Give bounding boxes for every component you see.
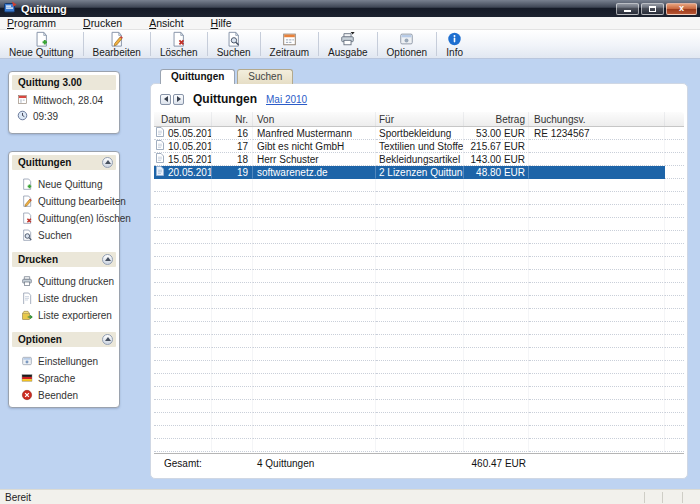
toolbar-neue-quittung-button[interactable]: Neue Quittung (2, 30, 81, 58)
empty-table-row (154, 348, 684, 361)
summary-row: Gesamt: 4 Quittungen 460.47 EUR (154, 453, 684, 473)
next-period-button[interactable] (173, 94, 184, 105)
main-panel: Quittungen Mai 2010 Datum Nr. Von Für Be… (150, 83, 688, 479)
toolbar-info-button[interactable]: Info (439, 30, 470, 58)
sidebar-item-sprache[interactable]: Sprache (9, 370, 119, 387)
main-tabs: Quittungen Suchen (160, 69, 293, 84)
column-header-datum[interactable]: Datum (154, 112, 212, 126)
empty-table-row (154, 413, 684, 426)
cell-betrag: 48.80 EUR (464, 166, 529, 179)
cell-datum: 10.05.2010 (168, 141, 212, 152)
section-items-optionen: Einstellungen Sprache Beenden (9, 350, 119, 409)
window-title: Quittung (21, 3, 67, 15)
cell-buchungsv (529, 153, 665, 166)
german-flag-icon (21, 372, 33, 386)
menu-bar: Programm Drucken Ansicht Hilfe (0, 17, 700, 30)
table-header-row: Datum Nr. Von Für Betrag Buchungsv. (154, 112, 684, 127)
toolbar-ausgabe-button[interactable]: Ausgabe (321, 30, 374, 58)
close-button[interactable]: x (666, 3, 697, 15)
column-header-betrag[interactable]: Betrag (464, 112, 529, 126)
column-header-fuer[interactable]: Für (376, 112, 464, 126)
table-row[interactable]: 05.05.2010 16 Manfred Mustermann Sportbe… (154, 127, 684, 140)
sidebar-item-suchen[interactable]: Suchen (9, 227, 119, 244)
minimize-button[interactable] (616, 3, 639, 15)
cell-betrag: 215.67 EUR (464, 140, 529, 153)
sidebar-item-label: Suchen (38, 230, 72, 241)
sidebar-item-einstellungen[interactable]: Einstellungen (9, 353, 119, 370)
sidebar-item-label: Beenden (38, 390, 78, 401)
toolbar-separator (150, 32, 151, 56)
toolbar-separator (83, 32, 84, 56)
menu-hilfe[interactable]: Hilfe (208, 17, 244, 30)
toolbar-zeitraum-button[interactable]: Zeitraum (263, 30, 316, 58)
toolbar-suchen-button[interactable]: Suchen (210, 30, 258, 58)
current-time-row: 09:39 (9, 109, 119, 123)
cell-nr: 17 (212, 140, 253, 153)
app-icon (4, 1, 17, 16)
empty-table-row (154, 400, 684, 413)
summary-total: 460.47 EUR (464, 454, 529, 473)
collapse-button[interactable] (102, 254, 113, 265)
tab-quittungen[interactable]: Quittungen (160, 69, 235, 84)
page-icon (21, 292, 33, 306)
menu-programm[interactable]: Programm (4, 17, 68, 30)
client-area: Quittung 3.00 Mittwoch, 28.04 09:39 Quit… (0, 59, 700, 489)
column-header-nr[interactable]: Nr. (212, 112, 253, 126)
toolbar-label: Suchen (217, 47, 251, 58)
section-header-drucken: Drucken (12, 252, 116, 267)
section-header-quittungen: Quittungen (12, 155, 116, 170)
table-row[interactable]: 15.05.2010 18 Herr Schuster Bekleidungsa… (154, 153, 684, 166)
print-icon (339, 31, 356, 47)
collapse-button[interactable] (102, 157, 113, 168)
toolbar-optionen-button[interactable]: Optionen (380, 30, 435, 58)
sidebar-item-quittung-drucken[interactable]: Quittung drucken (9, 273, 119, 290)
options-icon (398, 31, 415, 47)
maximize-button[interactable] (641, 3, 664, 15)
sidebar-item-label: Quittung drucken (38, 276, 114, 287)
previous-period-button[interactable] (160, 94, 171, 105)
receipt-icon (156, 127, 164, 139)
cell-von: Herr Schuster (253, 153, 376, 166)
panel-header: Quittungen Mai 2010 (151, 84, 687, 110)
cell-nr: 19 (212, 166, 253, 179)
empty-table-row (154, 218, 684, 231)
toolbar-separator (260, 32, 261, 56)
status-bar: Bereit (0, 489, 700, 504)
toolbar-loeschen-button[interactable]: Löschen (153, 30, 205, 58)
empty-table-row (154, 361, 684, 374)
sidebar-item-liste-exportieren[interactable]: Liste exportieren (9, 307, 119, 324)
table-body: 05.05.2010 16 Manfred Mustermann Sportbe… (154, 127, 684, 452)
section-header-optionen: Optionen (12, 332, 116, 347)
page-search-icon (21, 229, 33, 243)
tab-suchen[interactable]: Suchen (237, 69, 293, 84)
toolbar-bearbeiten-button[interactable]: Bearbeiten (86, 30, 148, 58)
app-version-label: Quittung 3.00 (18, 75, 82, 90)
maximize-icon (649, 6, 656, 12)
chevron-up-icon (105, 337, 111, 341)
table-row[interactable]: 10.05.2010 17 Gibt es nicht GmbH Textili… (154, 140, 684, 153)
cell-buchungsv: RE 1234567 (529, 127, 665, 140)
section-title: Optionen (18, 332, 62, 347)
sidebar-nav-box: Quittungen Neue Quittung Quittung bearbe… (8, 151, 120, 408)
export-icon (21, 309, 33, 323)
sidebar-item-quittung-bearbeiten[interactable]: Quittung bearbeiten (9, 193, 119, 210)
menu-drucken[interactable]: Drucken (80, 17, 134, 30)
sidebar-item-beenden[interactable]: Beenden (9, 387, 119, 404)
column-header-von[interactable]: Von (253, 112, 376, 126)
period-link[interactable]: Mai 2010 (266, 94, 307, 105)
column-header-buchungsv[interactable]: Buchungsv. (529, 112, 665, 126)
close-icon: x (679, 4, 684, 13)
collapse-button[interactable] (102, 334, 113, 345)
calendar-icon (281, 31, 298, 47)
menu-ansicht[interactable]: Ansicht (146, 17, 195, 30)
empty-table-row (154, 322, 684, 335)
empty-table-row (154, 257, 684, 270)
sidebar-item-quittungen-loeschen[interactable]: Quittung(en) löschen (9, 210, 119, 227)
quit-icon (21, 389, 33, 403)
cell-von: Manfred Mustermann (253, 127, 376, 140)
cell-betrag: 143.00 EUR (464, 153, 529, 166)
sidebar-item-neue-quittung[interactable]: Neue Quittung (9, 176, 119, 193)
empty-table-row (154, 309, 684, 322)
sidebar-item-liste-drucken[interactable]: Liste drucken (9, 290, 119, 307)
table-row-selected[interactable]: 20.05.2010 19 softwarenetz.de 2 Lizenzen… (154, 166, 684, 179)
